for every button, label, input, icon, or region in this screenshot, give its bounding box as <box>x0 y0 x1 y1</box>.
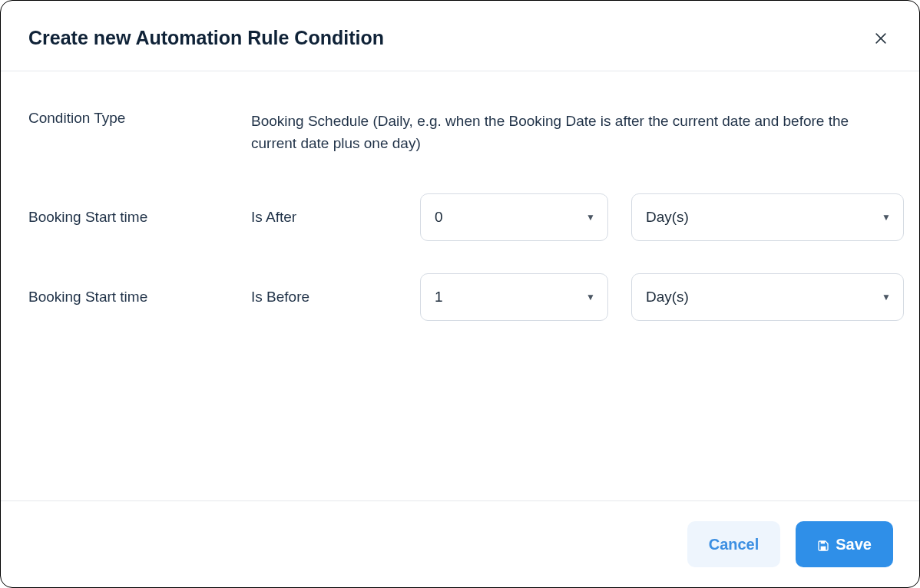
operator-label: Is After <box>251 209 420 226</box>
cancel-button-label: Cancel <box>709 536 759 553</box>
operator-label: Is Before <box>251 289 420 306</box>
save-button[interactable]: Save <box>796 521 893 567</box>
save-icon <box>817 538 829 550</box>
save-button-label: Save <box>836 536 872 553</box>
field-label: Booking Start time <box>28 209 251 226</box>
cancel-button[interactable]: Cancel <box>687 521 781 567</box>
chevron-down-icon: ▼ <box>882 292 891 302</box>
unit-select[interactable]: Day(s) ▼ <box>631 193 904 241</box>
value-select-text: 1 <box>435 289 443 306</box>
unit-select[interactable]: Day(s) ▼ <box>631 273 904 321</box>
chevron-down-icon: ▼ <box>586 292 595 302</box>
value-select[interactable]: 1 ▼ <box>420 273 608 321</box>
svg-rect-2 <box>821 547 826 550</box>
create-condition-modal: Create new Automation Rule Condition Con… <box>0 0 920 588</box>
condition-type-description: Booking Schedule (Daily, e.g. when the B… <box>251 110 889 155</box>
value-select[interactable]: 0 ▼ <box>420 193 608 241</box>
condition-row: Booking Start time Is After 0 ▼ Day(s) ▼ <box>28 193 892 241</box>
unit-select-text: Day(s) <box>646 289 689 306</box>
close-button[interactable] <box>870 28 892 49</box>
condition-type-row: Condition Type Booking Schedule (Daily, … <box>28 110 892 155</box>
chevron-down-icon: ▼ <box>586 212 595 223</box>
modal-title: Create new Automation Rule Condition <box>28 27 384 49</box>
condition-row: Booking Start time Is Before 1 ▼ Day(s) … <box>28 273 892 321</box>
field-label: Booking Start time <box>28 289 251 306</box>
value-select-text: 0 <box>435 209 443 226</box>
modal-header: Create new Automation Rule Condition <box>1 1 919 71</box>
svg-rect-3 <box>821 541 825 543</box>
chevron-down-icon: ▼ <box>882 212 891 223</box>
modal-body: Condition Type Booking Schedule (Daily, … <box>1 71 919 500</box>
close-icon <box>873 31 889 46</box>
modal-footer: Cancel Save <box>1 500 919 587</box>
unit-select-text: Day(s) <box>646 209 689 226</box>
condition-type-label: Condition Type <box>28 110 251 127</box>
